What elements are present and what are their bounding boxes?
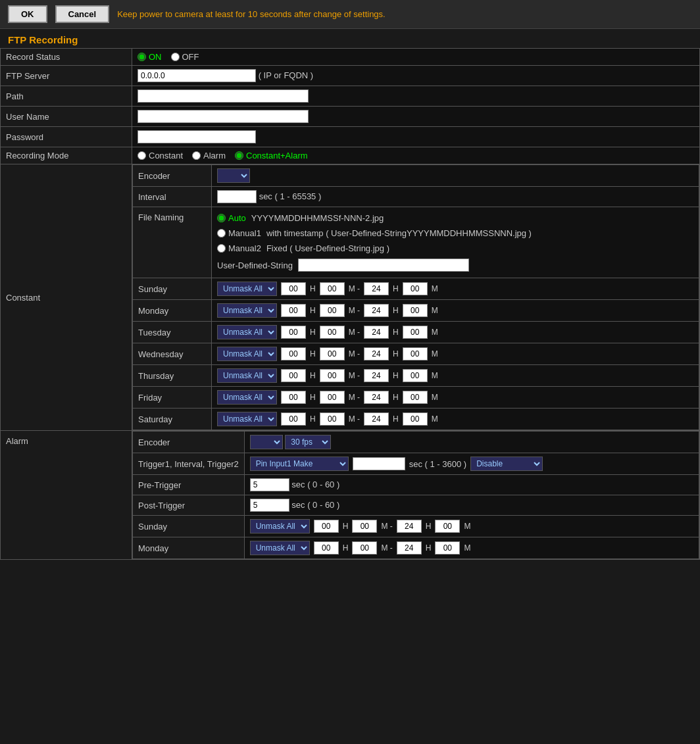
alarm-sunday-select[interactable]: Unmask AllMask AllCustom	[250, 519, 310, 533]
alarm-monday-m1[interactable]	[352, 541, 377, 555]
alarm-trigger-label: Trigger1, Interval, Trigger2	[133, 453, 245, 475]
alarm-sunday-h2[interactable]	[397, 520, 422, 533]
constant-tuesday-value: Unmask AllMask AllCustom H M - H M	[212, 322, 699, 343]
constant-saturday-h1[interactable]	[281, 412, 306, 426]
path-row: Path	[1, 86, 700, 107]
constant-tuesday-select[interactable]: Unmask AllMask AllCustom	[217, 325, 277, 339]
alarm-encoder-select[interactable]	[250, 435, 283, 449]
naming-manual1-option[interactable]: Manual1	[217, 228, 261, 238]
constant-monday-h2[interactable]	[364, 304, 389, 317]
constant-tuesday-h2[interactable]	[364, 326, 389, 339]
constant-thursday-h1[interactable]	[281, 369, 306, 382]
alarm-sunday-m1[interactable]	[352, 520, 377, 533]
alarm-posttrigger-value: sec ( 0 - 60 )	[244, 495, 699, 516]
mode-constant-option[interactable]: Constant	[138, 151, 183, 161]
constant-friday-label: Friday	[133, 387, 212, 409]
constant-interval-value: sec ( 1 - 65535 )	[212, 187, 699, 207]
constant-monday-row: Monday Unmask AllMask AllCustom H M - H	[133, 300, 699, 322]
alarm-monday-h2[interactable]	[397, 541, 422, 555]
alarm-monday-select[interactable]: Unmask AllMask AllCustom	[250, 541, 310, 555]
constant-monday-m2[interactable]	[403, 304, 428, 317]
constant-wednesday-m2[interactable]	[403, 347, 428, 360]
constant-sunday-select[interactable]: Unmask AllMask AllCustom	[217, 282, 277, 296]
path-value	[132, 86, 700, 107]
constant-friday-m2[interactable]	[403, 391, 428, 404]
constant-friday-value: Unmask AllMask AllCustom H M - H M	[212, 387, 699, 409]
constant-sunday-row: Sunday Unmask AllMask AllCustom H M - H	[133, 278, 699, 300]
alarm-pretrigger-row: Pre-Trigger sec ( 0 - 60 )	[133, 475, 699, 495]
naming-auto-option[interactable]: Auto	[217, 213, 246, 223]
constant-encoder-row: Encoder	[133, 165, 699, 187]
alarm-trigger-select[interactable]: Pin Input1 Make	[250, 457, 349, 471]
constant-saturday-value: Unmask AllMask AllCustom H M - H M	[212, 409, 699, 430]
constant-friday-m1[interactable]	[320, 391, 345, 404]
constant-wednesday-select[interactable]: Unmask AllMask AllCustom	[217, 347, 277, 361]
file-naming-label: File Naming	[133, 207, 212, 278]
naming-manual2-option[interactable]: Manual2	[217, 243, 261, 253]
record-off-option[interactable]: OFF	[171, 52, 199, 62]
alarm-disable-select[interactable]: Disable	[470, 457, 543, 471]
alarm-monday-label: Monday	[133, 537, 245, 559]
constant-friday-h2[interactable]	[364, 391, 389, 404]
constant-monday-m1[interactable]	[320, 304, 345, 317]
ok-button[interactable]: OK	[8, 5, 47, 23]
alarm-sunday-h1[interactable]	[314, 520, 339, 533]
ftp-server-row: FTP Server ( IP or FQDN )	[1, 66, 700, 86]
mode-constant-alarm-option[interactable]: Constant+Alarm	[235, 151, 308, 161]
password-row: Password	[1, 127, 700, 147]
constant-friday-h1[interactable]	[281, 391, 306, 404]
path-input[interactable]	[138, 89, 309, 103]
constant-sunday-m2[interactable]	[403, 282, 428, 295]
alarm-fps-select[interactable]: 30 fps	[285, 435, 331, 449]
constant-wednesday-h1[interactable]	[281, 347, 306, 360]
constant-tuesday-m1[interactable]	[320, 326, 345, 339]
constant-encoder-select[interactable]	[217, 168, 250, 183]
constant-saturday-m2[interactable]	[403, 412, 428, 426]
constant-wednesday-label: Wednesday	[133, 343, 212, 365]
constant-tuesday-m2[interactable]	[403, 326, 428, 339]
constant-wednesday-m1[interactable]	[320, 347, 345, 360]
constant-sunday-m1[interactable]	[320, 282, 345, 295]
alarm-pretrigger-label: Pre-Trigger	[133, 475, 245, 495]
username-input[interactable]	[138, 110, 309, 123]
constant-inner-table: Encoder Interval	[132, 164, 699, 430]
constant-saturday-m1[interactable]	[320, 412, 345, 426]
alarm-label: Alarm	[1, 431, 132, 560]
constant-encoder-value	[212, 165, 699, 187]
password-input[interactable]	[138, 130, 256, 143]
alarm-sunday-value: Unmask AllMask AllCustom H M - H M	[244, 516, 699, 537]
constant-thursday-m1[interactable]	[320, 369, 345, 382]
alarm-sunday-m2[interactable]	[435, 520, 460, 533]
constant-interval-input[interactable]	[217, 190, 257, 203]
constant-thursday-select[interactable]: Unmask AllMask AllCustom	[217, 368, 277, 383]
alarm-monday-h1[interactable]	[314, 541, 339, 555]
ftp-server-input[interactable]	[138, 69, 256, 82]
mode-alarm-option[interactable]: Alarm	[192, 151, 226, 161]
constant-monday-select[interactable]: Unmask AllMask AllCustom	[217, 303, 277, 318]
recording-mode-row: Recording Mode Constant Alarm Constant+A…	[1, 147, 700, 164]
alarm-sunday-label: Sunday	[133, 516, 245, 537]
record-on-option[interactable]: ON	[138, 52, 162, 62]
constant-thursday-h2[interactable]	[364, 369, 389, 382]
constant-tuesday-h1[interactable]	[281, 326, 306, 339]
ftp-server-label: FTP Server	[1, 66, 132, 86]
constant-sunday-h1[interactable]	[281, 282, 306, 295]
constant-friday-select[interactable]: Unmask AllMask AllCustom	[217, 390, 277, 405]
constant-thursday-m2[interactable]	[403, 369, 428, 382]
constant-wednesday-h2[interactable]	[364, 347, 389, 360]
alarm-pretrigger-input[interactable]	[250, 478, 289, 491]
password-value	[132, 127, 700, 147]
alarm-posttrigger-input[interactable]	[250, 499, 289, 512]
password-label: Password	[1, 127, 132, 147]
alarm-monday-m2[interactable]	[435, 541, 460, 555]
constant-saturday-select[interactable]: Unmask AllMask AllCustom	[217, 412, 277, 426]
constant-wednesday-row: Wednesday Unmask AllMask AllCustom H M -	[133, 343, 699, 365]
constant-thursday-value: Unmask AllMask AllCustom H M - H M	[212, 365, 699, 387]
constant-saturday-h2[interactable]	[364, 412, 389, 426]
constant-content: Encoder Interval	[132, 164, 700, 431]
constant-monday-h1[interactable]	[281, 304, 306, 317]
cancel-button[interactable]: Cancel	[55, 5, 110, 23]
constant-sunday-h2[interactable]	[364, 282, 389, 295]
user-defined-input[interactable]	[298, 259, 469, 272]
alarm-trigger-interval-input[interactable]	[353, 457, 405, 470]
